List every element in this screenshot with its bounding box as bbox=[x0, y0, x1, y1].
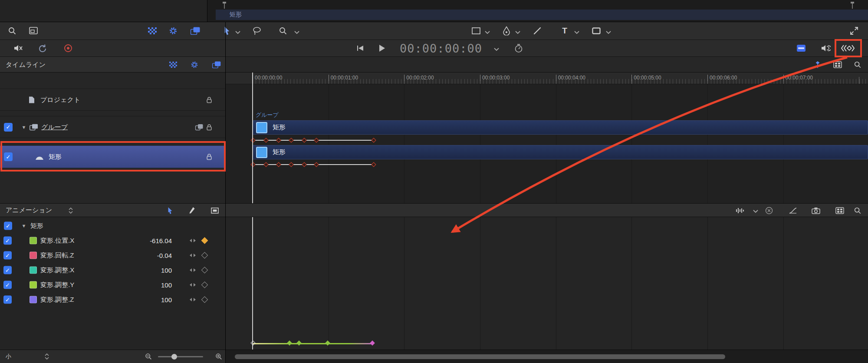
clear-curve-icon[interactable] bbox=[765, 207, 773, 214]
rectangle-tool-chevron-icon[interactable] bbox=[485, 31, 490, 34]
animation-select-cursor-icon[interactable] bbox=[167, 207, 173, 214]
layers-icon[interactable] bbox=[191, 27, 201, 35]
property-row[interactable]: 変形.回転.Z-0.04 bbox=[0, 248, 225, 263]
group-row[interactable]: グループ bbox=[0, 116, 225, 138]
shape-lock-icon[interactable] bbox=[206, 153, 212, 161]
record-icon[interactable] bbox=[63, 43, 73, 53]
left-playhead-marker-icon[interactable] bbox=[222, 1, 227, 9]
property-row[interactable]: 変形.調整.X100 bbox=[0, 263, 225, 277]
timeline-track[interactable]: 矩形 bbox=[253, 145, 868, 159]
zoom-in-icon[interactable] bbox=[215, 353, 223, 360]
keyframe-diamond[interactable] bbox=[302, 162, 306, 167]
text-tool-icon[interactable]: T bbox=[562, 26, 567, 36]
project-lock-icon[interactable] bbox=[206, 96, 212, 104]
property-checkbox[interactable] bbox=[3, 296, 12, 304]
curve-keyframe[interactable] bbox=[370, 340, 375, 345]
timeline-gear-icon[interactable] bbox=[190, 60, 199, 69]
zoom-out-icon[interactable] bbox=[145, 353, 152, 360]
camera-icon[interactable] bbox=[812, 207, 820, 214]
mask-tool-chevron-icon[interactable] bbox=[606, 31, 611, 34]
audio-waveform-icon[interactable] bbox=[736, 207, 744, 214]
group-lock-icon[interactable] bbox=[206, 123, 212, 131]
timeline-ruler[interactable]: 00:00:00:0000:00:01:0000:00:02:0000:00:0… bbox=[225, 73, 868, 84]
keyframe-diamond[interactable] bbox=[289, 162, 293, 167]
group-duplicate-icon[interactable] bbox=[195, 124, 204, 131]
timeline-group-label[interactable]: グループ bbox=[256, 111, 279, 119]
keyframe-nav-arrows-icon[interactable] bbox=[189, 296, 196, 304]
group-row-label[interactable]: グループ bbox=[41, 123, 68, 131]
animation-rect-mask-icon[interactable] bbox=[211, 208, 219, 214]
zoom-tool-chevron-icon[interactable] bbox=[294, 31, 299, 34]
filmstrip-icon[interactable] bbox=[833, 61, 842, 68]
select-tool-chevron-icon[interactable] bbox=[235, 31, 240, 34]
keyframe-diamond[interactable] bbox=[371, 162, 376, 167]
panel-divider[interactable] bbox=[225, 22, 226, 363]
keyframe-diamond[interactable] bbox=[276, 138, 281, 142]
keyframe-toggle-diamond[interactable] bbox=[201, 281, 208, 288]
group-checkbox[interactable] bbox=[4, 123, 13, 132]
rectangle-tool-icon[interactable] bbox=[472, 27, 480, 34]
zoom-slider-knob[interactable] bbox=[171, 354, 177, 360]
property-checkbox[interactable] bbox=[3, 281, 12, 289]
playhead-line-lower[interactable] bbox=[252, 217, 253, 350]
timeline-scrollbar-area[interactable] bbox=[225, 350, 868, 363]
timeline-zoom-icon[interactable] bbox=[854, 61, 861, 69]
canvas-tab[interactable]: 矩形 bbox=[230, 11, 242, 19]
show-keyframes-marker-icon[interactable] bbox=[815, 61, 820, 69]
property-checkbox[interactable] bbox=[3, 237, 12, 245]
keyframe-nav-arrows-icon[interactable] bbox=[189, 266, 196, 274]
sort-chevrons-icon[interactable] bbox=[69, 208, 73, 214]
curve-snapshot-icon[interactable] bbox=[789, 207, 797, 214]
property-checkbox[interactable] bbox=[3, 266, 12, 274]
curve-keyframe[interactable] bbox=[287, 340, 292, 345]
horizontal-scrollbar-thumb[interactable] bbox=[235, 354, 725, 359]
waveform-chevron-icon[interactable] bbox=[753, 210, 758, 213]
keyframe-toggle-diamond[interactable] bbox=[201, 237, 208, 244]
keyframe-navigation-button-icon[interactable] bbox=[840, 44, 855, 52]
canvas-region-icon[interactable] bbox=[29, 27, 38, 35]
timer-icon[interactable] bbox=[514, 44, 523, 53]
timeline-track[interactable]: 矩形 bbox=[253, 120, 868, 135]
curve-zoom-icon[interactable] bbox=[854, 207, 861, 214]
speaker-icon[interactable] bbox=[820, 44, 831, 53]
keyframe-diamond[interactable] bbox=[314, 162, 319, 167]
property-value[interactable]: 100 bbox=[120, 281, 172, 289]
shape-row-selected[interactable]: 矩形 bbox=[0, 145, 225, 168]
timeline-layers-icon[interactable] bbox=[212, 61, 221, 69]
track-height-label[interactable]: 小 bbox=[6, 353, 11, 360]
render-panel-icon[interactable] bbox=[796, 44, 806, 52]
mask-tool-icon[interactable] bbox=[592, 27, 601, 34]
animation-pen-icon[interactable] bbox=[189, 207, 196, 214]
expand-fullscreen-icon[interactable] bbox=[850, 26, 858, 35]
keyframe-toggle-diamond[interactable] bbox=[201, 296, 208, 303]
go-to-start-icon[interactable] bbox=[356, 45, 364, 52]
keyframe-diamond[interactable] bbox=[314, 138, 319, 142]
mute-audio-icon[interactable] bbox=[13, 44, 23, 53]
transparency-checkerboard-icon[interactable] bbox=[148, 27, 157, 34]
keyframe-diamond[interactable] bbox=[302, 138, 306, 142]
keyframe-diamond[interactable] bbox=[250, 138, 255, 142]
animation-root-checkbox[interactable] bbox=[4, 222, 12, 230]
property-row[interactable]: 変形.位置.X-616.04 bbox=[0, 233, 225, 248]
text-tool-chevron-icon[interactable] bbox=[574, 31, 579, 34]
paint-nib-tool-icon[interactable] bbox=[503, 26, 511, 36]
project-row[interactable]: プロジェクト bbox=[0, 89, 225, 111]
keyframe-diamond[interactable] bbox=[371, 138, 376, 142]
animation-root-row[interactable]: 矩形 bbox=[0, 219, 225, 232]
keyframe-diamond[interactable] bbox=[276, 162, 281, 167]
property-value[interactable]: -0.04 bbox=[120, 252, 172, 259]
timecode-chevron-icon[interactable] bbox=[494, 48, 500, 52]
playhead-line[interactable] bbox=[252, 73, 253, 203]
property-value[interactable]: 100 bbox=[120, 296, 172, 304]
select-tool-icon[interactable] bbox=[224, 26, 231, 36]
property-value[interactable]: 100 bbox=[120, 267, 172, 274]
property-row[interactable]: 変形.調整.Z100 bbox=[0, 292, 225, 307]
property-value[interactable]: -616.04 bbox=[120, 237, 172, 244]
paint-nib-tool-chevron-icon[interactable] bbox=[515, 31, 520, 34]
curve-keyframe[interactable] bbox=[325, 340, 330, 345]
keyframe-diamond[interactable] bbox=[250, 162, 255, 167]
timecode-display[interactable]: 00:00:00:00 bbox=[400, 42, 482, 55]
keyframe-nav-arrows-icon[interactable] bbox=[189, 237, 196, 244]
shape-checkbox[interactable] bbox=[4, 152, 13, 161]
keyframe-diamond[interactable] bbox=[263, 162, 268, 167]
